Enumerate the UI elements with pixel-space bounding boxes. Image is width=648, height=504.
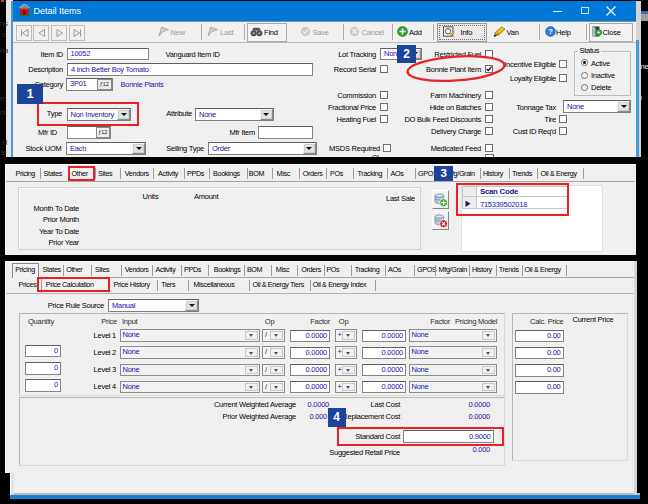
svg-text:?: ?: [548, 27, 553, 36]
